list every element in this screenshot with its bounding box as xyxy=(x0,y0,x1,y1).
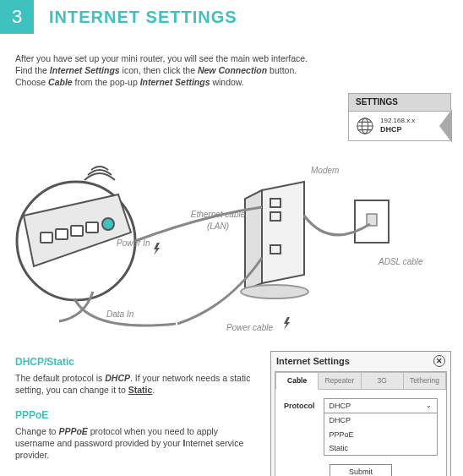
dhcp-em-dhcp: DHCP xyxy=(105,373,130,383)
label-ethernet-line2: (LAN) xyxy=(207,222,229,231)
svg-rect-5 xyxy=(71,226,83,236)
protocol-options: DHCP PPPoE Static xyxy=(324,413,438,455)
label-modem: Modem xyxy=(311,165,339,177)
settings-badge-body: 192.168.x.x DHCP xyxy=(348,112,451,141)
badge-mode: DHCP xyxy=(380,125,415,134)
submit-button[interactable]: Submit xyxy=(330,464,392,476)
svg-rect-8 xyxy=(270,199,281,207)
intro-em-cable: Cable xyxy=(48,77,73,87)
label-adsl: ADSL cable xyxy=(379,256,423,268)
tab-repeater[interactable]: Repeater xyxy=(319,372,361,390)
option-static[interactable]: Static xyxy=(324,441,437,455)
settings-badge: SETTINGS 192.168.x.x DHCP xyxy=(348,93,451,141)
label-ethernet: Ethernet cable (LAN) xyxy=(184,209,252,232)
internet-settings-dialog: Internet Settings ✕ Cable Repeater 3G Te… xyxy=(270,351,451,476)
svg-rect-6 xyxy=(86,222,98,233)
label-power-in: Power In xyxy=(117,238,150,249)
dhcp-paragraph: The default protocol is DHCP. If your ne… xyxy=(15,372,252,396)
settings-badge-arrow-icon xyxy=(439,110,451,142)
pppoe-em: PPPoE xyxy=(58,426,87,436)
svg-rect-3 xyxy=(41,233,52,243)
protocol-label: Protocol xyxy=(284,398,315,411)
badge-ip: 192.168.x.x xyxy=(380,117,415,125)
intro-line2a: Find the xyxy=(15,65,50,75)
intro-line1: After you have set up your mini router, … xyxy=(15,53,308,63)
intro-line3a: Choose xyxy=(15,77,48,87)
pppoe-t1: Change to xyxy=(15,426,58,436)
close-icon: ✕ xyxy=(436,358,443,365)
dialog-title: Internet Settings xyxy=(276,355,350,368)
tab-3g[interactable]: 3G xyxy=(362,372,404,390)
intro-text: After you have set up your mini router, … xyxy=(15,52,311,89)
svg-rect-10 xyxy=(270,245,281,254)
svg-point-11 xyxy=(241,285,308,298)
label-ethernet-line1: Ethernet cable xyxy=(191,210,246,219)
dialog-close-button[interactable]: ✕ xyxy=(433,355,445,367)
diagram-svg xyxy=(8,165,455,334)
tab-cable[interactable]: Cable xyxy=(275,372,319,390)
intro-line2c: icon, then click the xyxy=(120,65,198,75)
dhcp-em-static: Static xyxy=(128,385,153,395)
pppoe-heading: PPPoE xyxy=(15,408,252,422)
dhcp-t5: . xyxy=(152,385,155,395)
intro-line2e: button. xyxy=(267,65,297,75)
step-number: 3 xyxy=(0,0,34,34)
page-title: INTERNET SETTINGS xyxy=(49,6,237,29)
dhcp-heading: DHCP/Static xyxy=(15,355,252,369)
protocol-select[interactable]: DHCP ⌄ xyxy=(324,398,438,413)
globe-icon xyxy=(356,117,374,135)
chevron-down-icon: ⌄ xyxy=(426,402,432,411)
svg-rect-4 xyxy=(56,229,68,239)
settings-badge-title: SETTINGS xyxy=(348,93,451,112)
label-data-in: Data In xyxy=(106,309,133,320)
page-header: 3 INTERNET SETTINGS xyxy=(0,0,463,34)
protocol-selected: DHCP xyxy=(330,401,351,411)
label-power-cable: Power cable xyxy=(226,322,273,334)
dialog-tabs: Cable Repeater 3G Tethering xyxy=(275,372,446,390)
svg-point-7 xyxy=(102,218,114,230)
svg-rect-9 xyxy=(270,212,281,221)
intro-em-internet-settings: Internet Settings xyxy=(50,65,120,75)
tab-tethering[interactable]: Tethering xyxy=(404,372,446,390)
intro-em-new-connection: New Connection xyxy=(198,65,267,75)
option-dhcp[interactable]: DHCP xyxy=(324,413,437,427)
pppoe-paragraph: Change to PPPoE protocol when you need t… xyxy=(15,425,252,462)
connection-diagram: Modem Ethernet cable (LAN) Power In ADSL… xyxy=(8,165,455,334)
option-pppoe[interactable]: PPPoE xyxy=(324,428,437,441)
intro-line3e: window. xyxy=(210,77,244,87)
intro-em-is2: Internet Settings xyxy=(140,77,210,87)
dhcp-t1: The default protocol is xyxy=(15,373,105,383)
intro-line3c: from the pop-up xyxy=(73,77,140,87)
